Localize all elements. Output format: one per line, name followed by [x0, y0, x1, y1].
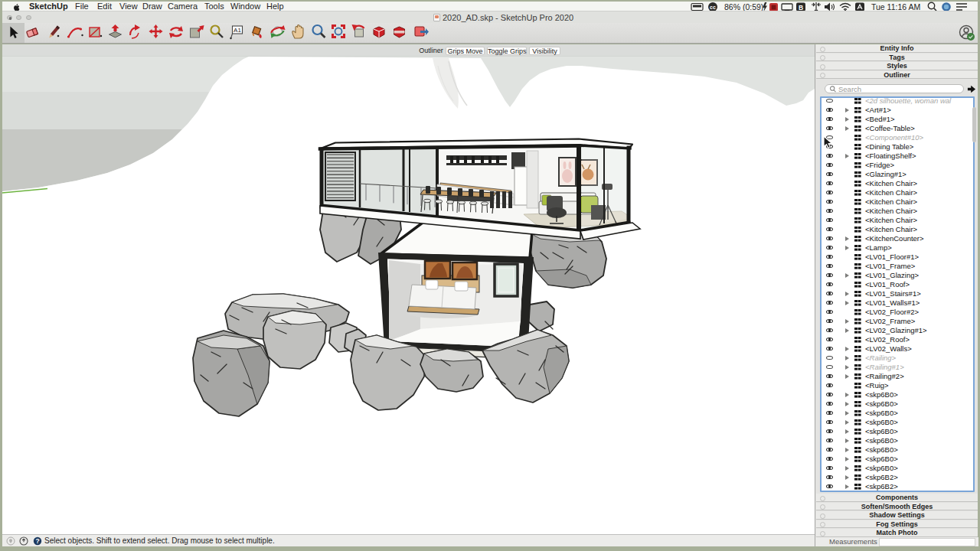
svg-text:Tue 11:16 AM: Tue 11:16 AM	[871, 2, 920, 11]
svg-text:cc: cc	[710, 5, 716, 10]
svg-text:A1: A1	[234, 27, 241, 34]
svg-text:?: ?	[35, 537, 39, 545]
svg-text:86% (0:59): 86% (0:59)	[724, 2, 763, 11]
svg-text:B: B	[799, 4, 803, 11]
